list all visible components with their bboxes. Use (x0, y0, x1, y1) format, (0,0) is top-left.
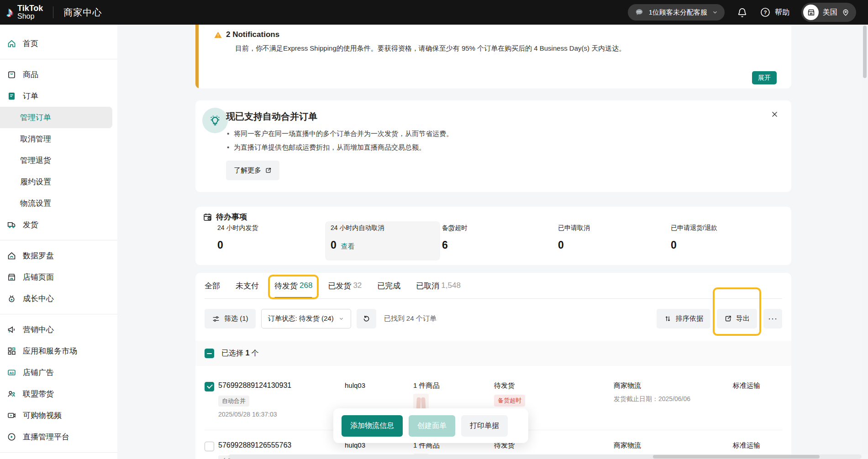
filter-icon (212, 315, 220, 323)
auto-merge-tag: 自动合并 (218, 396, 249, 407)
bullet-item: 为直播订单提供包邮或运费折扣，从而增加直播商品交易总额。 (226, 141, 453, 154)
ship-deadline: 发货截止日期：2025/06/06 (614, 395, 733, 403)
help-button[interactable]: ? 帮助 (760, 7, 789, 18)
sidebar-item-label: 订单 (23, 91, 38, 101)
sort-icon (664, 315, 672, 323)
order-status: 待发货 (494, 381, 614, 390)
sidebar-item-label: 联盟带货 (23, 389, 54, 399)
sidebar-item-shipping[interactable]: 发货 (0, 214, 117, 235)
sort-button[interactable]: 排序依据 (657, 309, 710, 329)
order-status-dropdown[interactable]: 订单状态: 待发货 (24) (261, 309, 351, 329)
sidebar-item-orders[interactable]: 订单 (0, 85, 117, 107)
video-icon (7, 411, 16, 420)
filter-button[interactable]: 筛选 (1) (205, 309, 256, 329)
sidebar-item-label: 可购物视频 (23, 410, 62, 421)
live-icon (7, 432, 16, 442)
create-label-button[interactable]: 创建面单 (409, 415, 455, 437)
sidebar-item-home[interactable]: 首页 (0, 33, 117, 54)
tab-completed[interactable]: 已完成 (377, 273, 400, 298)
horizontal-scrollbar-thumb[interactable] (653, 455, 820, 459)
sidebar-item-label: 商品 (23, 69, 38, 80)
sidebar-item-label: 店铺广告 (23, 367, 54, 378)
tab-unpaid[interactable]: 未支付 (236, 273, 259, 298)
horizontal-scrollbar[interactable] (228, 454, 862, 459)
chat-status-label: 1位顾客未分配客服 (649, 8, 707, 17)
view-link[interactable]: 查看 (341, 242, 355, 251)
calendar-icon (203, 212, 212, 222)
tiktok-shop-logo[interactable]: ♪ TikTokShop (6, 4, 43, 21)
stat-autocancel-24h: 24 小时内自动取消 ? 0查看 (331, 224, 455, 251)
bulk-action-popup: 添加物流信息 创建面单 打印单据 (333, 408, 528, 443)
row-checkbox[interactable] (205, 442, 214, 451)
external-link-icon (265, 167, 272, 174)
vertical-scrollbar-thumb[interactable] (863, 26, 867, 78)
sidebar-item-products[interactable]: 商品 (0, 64, 117, 85)
compass-icon (7, 251, 16, 261)
vertical-scrollbar[interactable] (862, 25, 868, 454)
chevron-down-icon (712, 9, 718, 16)
sidebar-item-label: 营销中心 (23, 324, 54, 335)
sidebar-item-growth-center[interactable]: 成长中心 (0, 288, 117, 309)
filter-toolbar: 筛选 (1) 订单状态: 待发货 (24) 已找到 24 个订单 排序依据 (205, 309, 782, 329)
bullet-item: 将同一客户在同一场直播中的多个订单合并为一次发货，从而节省运费。 (226, 127, 453, 141)
learn-more-button[interactable]: 了解更多 (226, 161, 279, 180)
banner-title: 2 Notifications (226, 30, 279, 39)
home-icon (7, 39, 16, 48)
warning-icon (214, 31, 222, 39)
storefront-icon (7, 272, 16, 282)
chat-bubble-icon (634, 7, 644, 17)
logo-line1: TikTok (17, 4, 43, 13)
tab-shipped[interactable]: 已发货32 (328, 273, 362, 298)
sidebar-item-live-management[interactable]: 直播管理平台 (0, 426, 117, 448)
sidebar-item-manage-orders[interactable]: 管理订单 (0, 107, 112, 128)
help-icon: ? (760, 7, 771, 18)
chat-status-pill[interactable]: 1位顾客未分配客服 (628, 4, 725, 21)
region-selector[interactable]: 美国 (801, 3, 856, 22)
sidebar-divider (0, 452, 117, 453)
sidebar-item-label: 数据罗盘 (23, 250, 54, 261)
close-icon[interactable] (771, 110, 779, 118)
sidebar-item-cancel-management[interactable]: 取消管理 (0, 128, 117, 150)
sidebar-item-shop-ads[interactable]: AD 店铺广告 (0, 362, 117, 383)
sidebar-item-label: 店铺页面 (23, 272, 54, 282)
sidebar-item-manage-returns[interactable]: 管理退货 (0, 150, 117, 171)
app-title: 商家中心 (63, 6, 102, 19)
sidebar-item-fulfillment-settings[interactable]: 履约设置 (0, 171, 117, 193)
sidebar-item-shoppable-video[interactable]: 可购物视频 (0, 405, 117, 426)
truck-icon (7, 220, 16, 230)
shop-icon (803, 5, 819, 20)
sidebar-item-affiliate[interactable]: 联盟带货 (0, 383, 117, 405)
stat-cancel-requested: 已申请取消 0 (558, 224, 590, 251)
bell-icon[interactable] (736, 7, 748, 18)
logistics-type: 商家物流 (614, 441, 733, 450)
sidebar-item-data-compass[interactable]: 数据罗盘 (0, 245, 117, 266)
todo-card: 待办事项 24 小时内发货 0 24 小时内自动取消 ? 0查看 备货超时 6 … (195, 207, 791, 265)
growth-icon (7, 294, 16, 303)
tab-cancelled[interactable]: 已取消1,548 (416, 273, 461, 298)
sidebar-item-label: 发货 (23, 219, 38, 230)
lightbulb-icon (202, 108, 228, 133)
sidebar-item-shop-page[interactable]: 店铺页面 (0, 266, 117, 288)
order-status-tabs: 全部 未支付 待发货268 已发货32 已完成 已取消1,548 (205, 273, 782, 299)
selection-bar: 已选择 1 个 (195, 341, 791, 366)
select-all-checkbox[interactable] (205, 349, 214, 358)
tab-count: 32 (353, 281, 362, 290)
print-documents-button[interactable]: 打印单据 (461, 415, 508, 437)
sidebar-item-label: 直播管理平台 (23, 432, 69, 442)
order-id: 576992889126555763 (218, 441, 345, 449)
sidebar-item-marketing-center[interactable]: 营销中心 (0, 319, 117, 340)
add-logistics-button[interactable]: 添加物流信息 (342, 415, 403, 437)
tab-to-ship[interactable]: 待发货268 (274, 273, 312, 298)
more-actions-button[interactable]: ··· (763, 309, 782, 329)
row-checkbox[interactable] (205, 382, 214, 391)
tab-count: 1,548 (441, 281, 461, 290)
expand-button[interactable]: 展开 (752, 71, 777, 84)
sidebar-item-app-services[interactable]: 应用和服务市场 (0, 340, 117, 362)
tab-all[interactable]: 全部 (205, 273, 220, 298)
sidebar-item-logistics-settings[interactable]: 物流设置 (0, 193, 117, 214)
refresh-button[interactable] (357, 309, 376, 329)
tiktok-note-icon: ♪ (6, 5, 13, 19)
apps-icon (7, 346, 16, 356)
export-button[interactable]: 导出 (717, 309, 757, 329)
orders-card: 全部 未支付 待发货268 已发货32 已完成 已取消1,548 筛选 (1) … (195, 273, 791, 459)
